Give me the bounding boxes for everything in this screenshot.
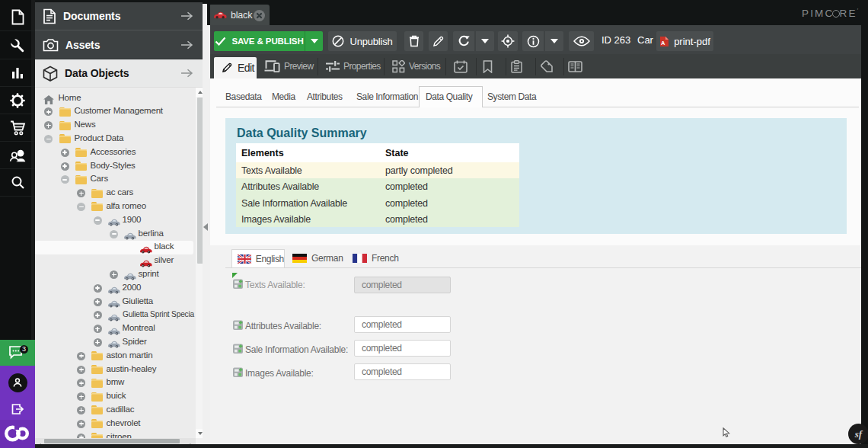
svg-text:A: A — [661, 39, 665, 46]
